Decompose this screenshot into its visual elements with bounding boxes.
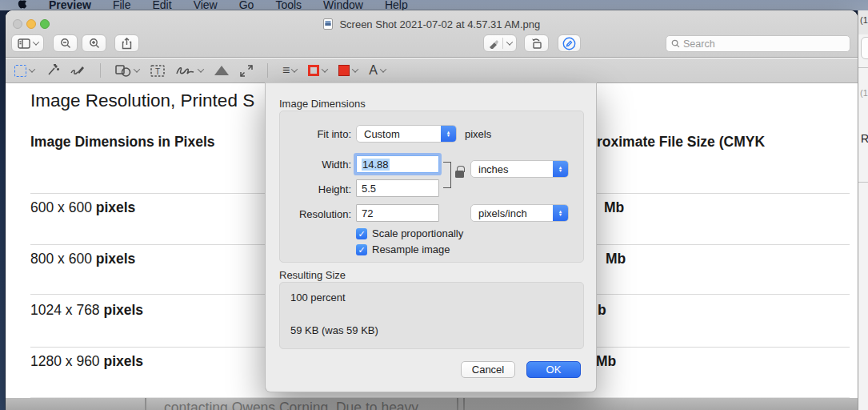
menu-item-tools[interactable]: Tools xyxy=(275,0,302,10)
table-border xyxy=(463,398,465,410)
screen: Preview File Edit View Go Tools Window H… xyxy=(0,0,868,410)
next-page-text: contacting Owens Corning. Due to heavy xyxy=(164,400,418,410)
shapes-icon xyxy=(115,65,131,77)
menu-item-preview[interactable]: Preview xyxy=(49,0,91,10)
text-box-icon: T xyxy=(150,65,165,77)
border-color-button[interactable] xyxy=(308,65,327,76)
zoom-out-button[interactable] xyxy=(53,34,78,52)
table-cell-fragment: b xyxy=(598,302,606,319)
fill-color-button[interactable] xyxy=(338,65,358,76)
title-bar: Screen Shot 2021-07-02 at 4.57.31 AM.png xyxy=(6,10,858,58)
height-field[interactable]: 5.5 xyxy=(356,179,439,197)
chevron-down-icon xyxy=(32,38,38,45)
sketch-tool-button[interactable] xyxy=(70,65,86,76)
resample-image-checkbox[interactable]: ✓ Resample image xyxy=(356,243,450,255)
divider xyxy=(858,67,868,68)
fill-color-swatch xyxy=(338,65,350,76)
sidebar-toggle-button[interactable] xyxy=(11,34,44,52)
line-weight-icon: ≡ xyxy=(282,63,289,78)
search-field[interactable] xyxy=(666,35,850,52)
image-dimensions-dialog: Image Dimensions Fit into: Custom ▲▼ pix… xyxy=(265,82,597,392)
instant-alpha-button[interactable] xyxy=(46,64,59,77)
section-title: Image Dimensions xyxy=(279,98,366,110)
divider xyxy=(502,38,503,49)
checkbox-checked-icon: ✓ xyxy=(356,228,367,239)
table-border xyxy=(457,398,458,410)
sketch-pen-icon xyxy=(70,65,86,76)
filesize-text: 59 KB (was 59 KB) xyxy=(290,324,378,336)
markup-toolbar: T ≡ A xyxy=(6,58,858,83)
chevron-down-icon xyxy=(322,66,328,72)
lock-icon xyxy=(455,171,464,178)
divider xyxy=(267,63,268,78)
chevron-down-icon xyxy=(198,66,204,72)
prism-icon xyxy=(214,66,229,75)
apple-menu-icon[interactable] xyxy=(18,0,27,10)
window-title: Screen Shot 2021-07-02 at 4.57.31 AM.png xyxy=(6,18,858,32)
adjust-size-button[interactable] xyxy=(240,65,253,77)
table-row: 1280 x 960 pixels xyxy=(30,353,143,370)
menu-item-view[interactable]: View xyxy=(194,0,218,10)
table-row: 600 x 600 pixels xyxy=(30,199,135,216)
markup-button[interactable] xyxy=(558,34,581,52)
resolution-label: Resolution: xyxy=(271,208,351,220)
chevron-down-icon xyxy=(291,66,298,72)
fit-into-unit: pixels xyxy=(465,128,491,140)
table-cell-fragment: Mb xyxy=(606,251,626,267)
column-header-filesize: roximate File Size (CMYK xyxy=(597,134,765,151)
highlight-split-button[interactable] xyxy=(483,34,517,52)
table-row: 1024 x 768 pixels xyxy=(30,302,143,319)
checkbox-checked-icon: ✓ xyxy=(356,244,367,255)
fit-into-dropdown[interactable]: Custom ▲▼ xyxy=(356,125,457,143)
document-icon xyxy=(323,18,333,32)
height-label: Height: xyxy=(271,183,351,195)
search-icon xyxy=(671,37,680,51)
link-bracket xyxy=(443,162,451,188)
ok-button[interactable]: OK xyxy=(526,361,581,378)
zoom-in-button[interactable] xyxy=(82,34,106,52)
text-tool-button[interactable]: T xyxy=(150,65,165,77)
share-button[interactable] xyxy=(114,34,139,52)
table-cell-fragment: Mb xyxy=(604,199,624,216)
size-unit-dropdown[interactable]: inches ▲▼ xyxy=(470,160,569,178)
page-gap: contacting Owens Corning. Due to heavy xyxy=(6,398,858,410)
menu-item-go[interactable]: Go xyxy=(239,0,254,10)
chevron-down-icon xyxy=(380,66,386,72)
border-color-swatch xyxy=(308,65,319,76)
search-input[interactable] xyxy=(683,38,845,50)
rotate-left-button[interactable] xyxy=(524,34,549,52)
resolution-unit-dropdown[interactable]: pixels/inch ▲▼ xyxy=(470,204,569,222)
background-window-button xyxy=(861,37,868,59)
chevron-down-icon xyxy=(134,66,140,72)
menu-item-window[interactable]: Window xyxy=(323,0,363,10)
adjust-color-button[interactable] xyxy=(214,66,229,75)
text-fragment: R xyxy=(861,132,868,145)
percent-text: 100 percent xyxy=(290,291,346,303)
selection-tool-button[interactable] xyxy=(14,65,34,77)
text-style-button[interactable]: A xyxy=(369,63,386,78)
table-row: 800 x 600 pixels xyxy=(30,251,135,267)
divider xyxy=(858,182,868,183)
stepper-icon: ▲▼ xyxy=(553,161,568,177)
column-header-dimensions: Image Dimensions in Pixels xyxy=(30,134,215,151)
stepper-icon: ▲▼ xyxy=(553,205,568,221)
chevron-down-icon xyxy=(352,66,358,72)
magic-wand-icon xyxy=(46,64,59,77)
width-label: Width: xyxy=(271,159,351,171)
menu-item-edit[interactable]: Edit xyxy=(153,0,172,10)
divider xyxy=(100,63,101,78)
section-title: Resulting Size xyxy=(279,269,346,281)
sign-button[interactable] xyxy=(176,65,203,76)
fit-into-label: Fit into: xyxy=(271,128,351,140)
menu-item-file[interactable]: File xyxy=(113,0,131,10)
selection-icon xyxy=(14,65,26,77)
resolution-field[interactable]: 72 xyxy=(356,204,439,222)
shapes-button[interactable] xyxy=(115,65,139,77)
resize-icon xyxy=(240,65,253,77)
cancel-button[interactable]: Cancel xyxy=(461,361,515,378)
shape-style-button[interactable]: ≡ xyxy=(282,63,297,78)
scale-proportionally-checkbox[interactable]: ✓ Scale proportionally xyxy=(356,227,463,239)
width-field[interactable]: 14.88 xyxy=(356,155,439,173)
stepper-icon: ▲▼ xyxy=(441,126,456,142)
menu-item-help[interactable]: Help xyxy=(385,0,408,10)
